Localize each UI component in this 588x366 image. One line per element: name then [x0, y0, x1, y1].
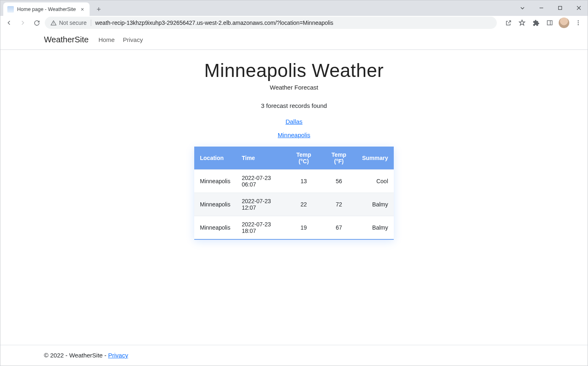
favicon-icon: [7, 6, 14, 13]
close-tab-icon[interactable]: ×: [79, 5, 86, 13]
chevron-down-icon[interactable]: [513, 0, 532, 16]
footer: © 2022 - WeatherSite - Privacy: [0, 345, 588, 366]
url-text: weath-recip-13khzp9ixuhp3-292656427.us-w…: [95, 20, 333, 26]
nav-link-home[interactable]: Home: [99, 36, 115, 43]
warning-icon: [50, 20, 57, 26]
cell-temp-f: 72: [321, 193, 356, 216]
cell-summary: Cool: [356, 170, 394, 193]
forecast-table: Location Time Temp (°C) Temp (°F) Summar…: [194, 147, 394, 240]
site-navbar: WeatherSite Home Privacy: [0, 30, 588, 50]
menu-icon[interactable]: [572, 17, 585, 28]
main-content: Minneapolis Weather Weather Forecast 3 f…: [0, 50, 588, 345]
extensions-icon[interactable]: [529, 17, 542, 28]
cell-summary: Balmy: [356, 216, 394, 240]
cell-summary: Balmy: [356, 193, 394, 216]
footer-text: © 2022 - WeatherSite -: [44, 352, 108, 359]
th-time: Time: [236, 147, 286, 170]
table-row: Minneapolis2022-07-23 18:071967Balmy: [194, 216, 394, 240]
minimize-button[interactable]: [532, 0, 551, 16]
bookmark-icon[interactable]: [516, 17, 529, 28]
browser-tab[interactable]: Home page - WeatherSite ×: [3, 2, 90, 16]
cell-time: 2022-07-23 18:07: [236, 216, 286, 240]
security-label: Not secure: [59, 20, 87, 26]
location-link-dallas[interactable]: Dallas: [285, 118, 303, 125]
table-header-row: Location Time Temp (°C) Temp (°F) Summar…: [194, 147, 394, 170]
brand[interactable]: WeatherSite: [44, 35, 89, 44]
side-panel-icon[interactable]: [543, 17, 556, 28]
cell-temp-c: 22: [286, 193, 321, 216]
th-temp-c: Temp (°C): [286, 147, 321, 170]
svg-point-4: [578, 24, 579, 25]
tab-title: Home page - WeatherSite: [17, 7, 76, 12]
profile-avatar[interactable]: [559, 18, 569, 28]
share-icon[interactable]: [502, 17, 515, 28]
table-row: Minneapolis2022-07-23 12:072272Balmy: [194, 193, 394, 216]
cell-location: Minneapolis: [194, 193, 236, 216]
cell-temp-f: 67: [321, 216, 356, 240]
toolbar-right: [502, 17, 585, 28]
svg-point-2: [578, 20, 579, 22]
table-row: Minneapolis2022-07-23 06:071356Cool: [194, 170, 394, 193]
window-controls: [513, 0, 588, 16]
new-tab-button[interactable]: +: [93, 4, 104, 15]
th-temp-f: Temp (°F): [321, 147, 356, 170]
cell-time: 2022-07-23 12:07: [236, 193, 286, 216]
cell-time: 2022-07-23 06:07: [236, 170, 286, 193]
nav-link-privacy[interactable]: Privacy: [123, 36, 143, 43]
tab-strip: Home page - WeatherSite × +: [0, 0, 588, 16]
cell-temp-c: 13: [286, 170, 321, 193]
cell-temp-f: 56: [321, 170, 356, 193]
browser-toolbar: Not secure weath-recip-13khzp9ixuhp3-292…: [0, 16, 588, 30]
footer-privacy-link[interactable]: Privacy: [108, 352, 128, 359]
back-button[interactable]: [3, 17, 15, 28]
reload-button[interactable]: [31, 17, 42, 28]
maximize-button[interactable]: [551, 0, 569, 16]
th-location: Location: [194, 147, 236, 170]
cell-location: Minneapolis: [194, 170, 236, 193]
page-subtitle: Weather Forecast: [270, 84, 318, 91]
cell-location: Minneapolis: [194, 216, 236, 240]
svg-rect-0: [558, 7, 562, 10]
browser-chrome: Home page - WeatherSite × + Not secure w…: [0, 0, 588, 30]
records-found: 3 forecast records found: [261, 102, 327, 109]
close-window-button[interactable]: [569, 0, 588, 16]
cell-temp-c: 19: [286, 216, 321, 240]
separator: [91, 20, 91, 26]
svg-point-3: [578, 22, 579, 24]
security-indicator[interactable]: Not secure: [50, 20, 87, 26]
location-link-minneapolis[interactable]: Minneapolis: [278, 131, 310, 138]
forward-button: [17, 17, 29, 28]
svg-rect-1: [547, 21, 552, 25]
address-bar[interactable]: Not secure weath-recip-13khzp9ixuhp3-292…: [45, 17, 497, 29]
th-summary: Summary: [356, 147, 394, 170]
page-title: Minneapolis Weather: [204, 59, 384, 81]
